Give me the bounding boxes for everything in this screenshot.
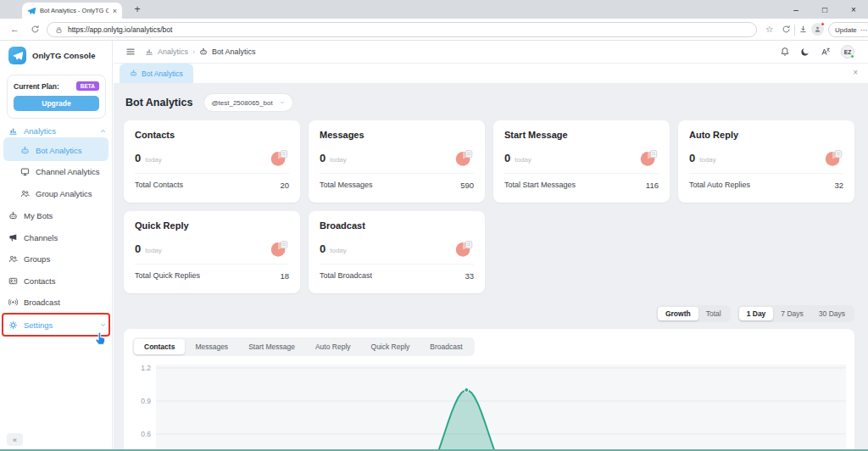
brand-name: OnlyTG Console	[32, 51, 95, 60]
mode-filter-button[interactable]: Growth	[658, 307, 698, 320]
pie-chart-icon	[453, 148, 474, 168]
browser-tab-title: Bot Analytics - OnlyTG Console	[40, 7, 108, 14]
bell-icon[interactable]	[780, 47, 790, 57]
today-label: today	[330, 247, 347, 254]
card-divider	[320, 173, 474, 174]
app-window: Bot Analytics - OnlyTG Console × + – □ ×…	[0, 0, 868, 451]
sidebar-item-groups[interactable]: Groups	[8, 249, 107, 268]
chart-tab[interactable]: Auto Reply	[305, 339, 361, 354]
total-label: Total Start Messages	[504, 181, 576, 190]
chart-tab[interactable]: Contacts	[134, 339, 185, 354]
plot-area	[156, 365, 846, 451]
megaphone-icon	[8, 233, 18, 242]
window-minimize-button[interactable]: –	[782, 0, 810, 19]
content: Bot Analytics @test_2508065_bot Contacts…	[114, 83, 868, 451]
range-filter-button[interactable]: 7 Days	[773, 307, 810, 320]
sidebar-item-label: Groups	[24, 254, 107, 264]
sidebar-item-broadcast[interactable]: Broadcast	[8, 292, 107, 311]
stat-card: Auto Reply 0 today Total Auto Replies 32	[678, 120, 854, 203]
breadcrumb: Analytics › Bot Analytics	[145, 47, 256, 56]
chart-tab[interactable]: Quick Reply	[361, 339, 420, 354]
plan-label: Current Plan:	[14, 82, 59, 91]
card-divider	[135, 264, 289, 264]
users-icon	[20, 189, 30, 198]
beta-badge: BETA	[76, 81, 99, 91]
stat-card-title: Quick Reply	[135, 220, 289, 231]
lock-icon	[55, 26, 63, 34]
mode-filter-group: Growth Total	[656, 305, 731, 322]
window-maximize-button[interactable]: □	[810, 0, 839, 19]
browser-profile-avatar[interactable]	[811, 23, 824, 36]
brand: OnlyTG Console	[8, 47, 95, 64]
chart-tabs: Contacts Messages Start Message Auto Rep…	[132, 337, 475, 356]
stat-card: Quick Reply 0 today Total Quick Replies …	[124, 211, 300, 293]
sidebar-item-my-bots[interactable]: My Bots	[8, 206, 107, 225]
user-avatar[interactable]: EZ	[841, 45, 854, 58]
broadcast-icon	[8, 298, 18, 307]
today-label: today	[699, 156, 716, 164]
today-label: today	[330, 156, 347, 164]
tab-bot-analytics[interactable]: Bot Analytics	[120, 64, 193, 83]
sidebar-item-group-analytics[interactable]: Group Analytics	[20, 184, 107, 203]
browser-titlebar: Bot Analytics - OnlyTG Console × + – □ ×	[0, 0, 868, 19]
sidebar: OnlyTG Console Current Plan: BETA Upgrad…	[0, 41, 113, 451]
new-tab-button[interactable]: +	[130, 2, 145, 17]
today-label: today	[515, 156, 531, 164]
address-bar[interactable]: https://app.onlytg.io/analytics/bot	[47, 22, 757, 37]
y-axis-tick: 0.9	[141, 397, 151, 405]
sidebar-item-label: Broadcast	[24, 298, 107, 307]
robot-icon	[20, 146, 30, 155]
stat-card-title: Start Message	[504, 130, 659, 140]
total-value: 32	[834, 181, 843, 190]
page-tab-close-icon[interactable]: ×	[853, 68, 858, 77]
app-header: Analytics › Bot Analytics EZ	[114, 41, 868, 64]
chart-tab[interactable]: Start Message	[238, 339, 305, 354]
browser-update-button[interactable]: Update ⋯	[828, 22, 868, 37]
sidebar-item-label: Settings	[24, 320, 93, 330]
area-chart	[156, 365, 846, 451]
pie-chart-icon	[823, 148, 843, 168]
download-icon[interactable]	[798, 25, 808, 34]
total-value: 18	[280, 271, 289, 281]
mouse-cursor-icon	[93, 331, 108, 346]
sidebar-item-analytics[interactable]: Analytics	[8, 121, 107, 140]
sync-icon[interactable]	[782, 25, 791, 34]
sidebar-item-channels[interactable]: Channels	[8, 228, 107, 247]
translate-icon[interactable]	[821, 47, 831, 57]
moon-icon[interactable]	[800, 47, 810, 57]
stat-card-title: Messages	[320, 130, 474, 140]
refresh-icon[interactable]	[31, 25, 40, 34]
bookmark-star-icon[interactable]: ☆	[765, 24, 773, 34]
pie-chart-icon	[269, 238, 289, 259]
chart-tab[interactable]: Broadcast	[420, 339, 472, 354]
range-filter-button[interactable]: 30 Days	[811, 307, 853, 320]
mode-filter-button[interactable]: Total	[698, 307, 729, 320]
chart-filters: Growth Total 1 Day 7 Days 30 Days	[124, 305, 854, 322]
stat-card: Messages 0 today Total Messages 590	[309, 120, 485, 203]
sidebar-item-settings[interactable]: Settings	[8, 315, 107, 334]
total-value: 33	[465, 271, 474, 281]
browser-tab[interactable]: Bot Analytics - OnlyTG Console ×	[22, 3, 122, 19]
sidebar-item-contacts[interactable]: Contacts	[8, 271, 107, 290]
sidebar-item-bot-analytics[interactable]: Bot Analytics	[20, 141, 107, 159]
page-title: Bot Analytics	[125, 97, 192, 109]
breadcrumb-analytics[interactable]: Analytics	[158, 47, 188, 56]
sidebar-collapse-button[interactable]: «	[7, 433, 23, 446]
pie-chart-icon	[269, 148, 289, 168]
sidebar-item-channel-analytics[interactable]: Channel Analytics	[20, 162, 107, 181]
page-tab-bar: Bot Analytics ×	[114, 64, 868, 83]
hamburger-icon[interactable]	[125, 47, 136, 57]
chevron-up-icon	[99, 127, 107, 135]
sidebar-item-label: Channel Analytics	[36, 167, 107, 176]
back-icon[interactable]: ←	[10, 24, 19, 34]
window-close-button[interactable]: ×	[839, 0, 868, 19]
chart-tab[interactable]: Messages	[185, 339, 238, 354]
breadcrumb-bot-analytics[interactable]: Bot Analytics	[212, 47, 256, 56]
bar-chart-icon	[145, 47, 153, 56]
upgrade-button[interactable]: Upgrade	[14, 96, 99, 111]
bot-selector[interactable]: @test_2508065_bot	[204, 94, 292, 111]
tab-close-icon[interactable]: ×	[113, 7, 117, 15]
range-filter-button[interactable]: 1 Day	[739, 307, 774, 320]
pie-chart-icon	[638, 148, 659, 168]
total-value: 116	[646, 181, 659, 190]
